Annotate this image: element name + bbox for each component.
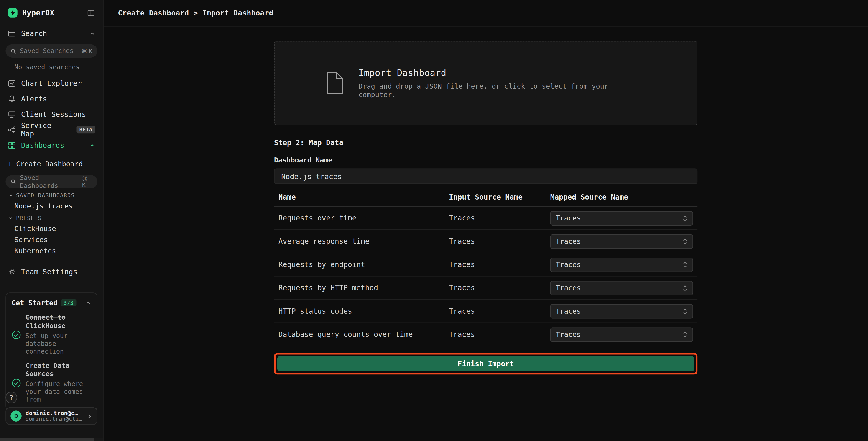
topbar: Create Dashboard > Import Dashboard bbox=[103, 0, 868, 27]
mapped-source-select[interactable]: Traces bbox=[550, 257, 693, 272]
saved-dashboards-section-header[interactable]: SAVED DASHBOARDS bbox=[0, 188, 103, 200]
row-input-source: Traces bbox=[449, 214, 550, 222]
select-value: Traces bbox=[556, 237, 581, 245]
table-header-row: Name Input Source Name Mapped Source Nam… bbox=[274, 193, 698, 207]
sidebar: HyperDX Search Saved Searches ⌘ K No sav… bbox=[0, 0, 103, 441]
get-started-item-desc: Set up your database connection bbox=[26, 332, 86, 355]
table-row: Requests over time Traces Traces bbox=[274, 207, 698, 230]
saved-dashboard-item-nodejs-traces[interactable]: Node.js traces bbox=[0, 200, 103, 211]
sidebar-item-service-map[interactable]: Service Map BETA bbox=[0, 122, 103, 137]
get-started-title: Get Started bbox=[11, 299, 57, 307]
chevron-down-icon bbox=[8, 193, 13, 198]
search-window-icon bbox=[8, 29, 16, 37]
sidebar-item-label: Client Sessions bbox=[21, 110, 86, 118]
user-menu[interactable]: D dominic.tran@c… dominic.tran@cli… bbox=[5, 407, 97, 425]
preset-item-kubernetes[interactable]: Kubernetes bbox=[0, 245, 103, 256]
sidebar-item-client-sessions[interactable]: Client Sessions bbox=[0, 107, 103, 122]
get-started-item-title: Create Data Sources bbox=[26, 362, 83, 378]
import-dropzone[interactable]: Import Dashboard Drag and drop a JSON fi… bbox=[274, 41, 698, 125]
row-name: Database query counts over time bbox=[274, 330, 449, 339]
select-chevrons-icon bbox=[683, 237, 688, 245]
get-started-header[interactable]: Get Started 3/3 bbox=[11, 299, 91, 307]
sidebar-item-search[interactable]: Search bbox=[0, 26, 103, 41]
saved-searches-placeholder: Saved Searches bbox=[20, 47, 74, 55]
sidebar-item-label: Service Map bbox=[21, 121, 67, 138]
shortcut-badge: ⌘ K bbox=[82, 176, 92, 188]
create-dashboard-button[interactable]: + Create Dashboard bbox=[0, 155, 103, 172]
select-chevrons-icon bbox=[683, 214, 688, 222]
table-row: HTTP status codes Traces Traces bbox=[274, 300, 698, 323]
dashboard-name-label: Dashboard Name bbox=[274, 155, 698, 164]
sidebar-item-label: Chart Explorer bbox=[21, 79, 82, 87]
main-area: Create Dashboard > Import Dashboard Impo… bbox=[103, 0, 868, 441]
dropzone-subtitle: Drag and drop a JSON file here, or click… bbox=[359, 82, 646, 99]
finish-import-button[interactable]: Finish Import bbox=[277, 356, 694, 371]
scrollbar-thumb[interactable] bbox=[0, 438, 94, 441]
no-saved-searches-text: No saved searches bbox=[14, 63, 103, 71]
help-button[interactable]: ? bbox=[5, 392, 17, 404]
file-icon bbox=[325, 71, 344, 95]
collapse-sidebar-icon[interactable] bbox=[87, 9, 95, 17]
chevron-up-icon bbox=[89, 30, 95, 36]
select-value: Traces bbox=[556, 214, 581, 222]
sidebar-item-alerts[interactable]: Alerts bbox=[0, 91, 103, 107]
app-root: HyperDX Search Saved Searches ⌘ K No sav… bbox=[0, 0, 868, 441]
tree-item-label: ClickHouse bbox=[14, 224, 56, 232]
mapped-source-select[interactable]: Traces bbox=[550, 211, 693, 225]
row-name: Average response time bbox=[274, 237, 449, 245]
user-name: dominic.tran@c… bbox=[26, 409, 82, 416]
chevron-up-icon bbox=[85, 300, 91, 306]
sidebar-item-chart-explorer[interactable]: Chart Explorer bbox=[0, 76, 103, 91]
dashboards-grid-icon bbox=[8, 141, 16, 149]
mapped-source-select[interactable]: Traces bbox=[550, 281, 693, 295]
step-label: Step 2: Map Data bbox=[274, 139, 698, 147]
monitor-icon bbox=[8, 110, 16, 118]
get-started-card: Get Started 3/3 Connect to ClickHouse Se… bbox=[5, 292, 97, 410]
sidebar-item-team-settings[interactable]: Team Settings bbox=[0, 264, 103, 279]
preset-item-services[interactable]: Services bbox=[0, 234, 103, 245]
shortcut-badge: ⌘ K bbox=[82, 48, 92, 54]
mapped-source-select[interactable]: Traces bbox=[550, 327, 693, 342]
check-circle-icon bbox=[11, 314, 21, 355]
select-chevrons-icon bbox=[683, 261, 688, 268]
get-started-item-create-sources[interactable]: Create Data Sources Configure where your… bbox=[11, 362, 91, 403]
saved-searches-input[interactable]: Saved Searches ⌘ K bbox=[5, 45, 97, 58]
table-row: Database query counts over time Traces T… bbox=[274, 323, 698, 346]
search-icon bbox=[10, 179, 17, 185]
mapped-source-select[interactable]: Traces bbox=[550, 304, 693, 318]
column-header-name: Name bbox=[274, 193, 449, 201]
row-input-source: Traces bbox=[449, 330, 550, 339]
app-title: HyperDX bbox=[22, 8, 55, 17]
sidebar-header: HyperDX bbox=[0, 0, 103, 26]
chevron-right-icon bbox=[86, 413, 92, 419]
select-value: Traces bbox=[556, 260, 581, 269]
presets-section-header[interactable]: PRESETS bbox=[0, 211, 103, 223]
dashboard-name-input[interactable] bbox=[274, 168, 698, 184]
select-chevrons-icon bbox=[683, 330, 688, 338]
gear-icon bbox=[8, 267, 16, 276]
avatar: D bbox=[10, 410, 22, 422]
table-row: Requests by HTTP method Traces Traces bbox=[274, 276, 698, 300]
sidebar-item-label: Search bbox=[21, 29, 47, 37]
chevron-down-icon bbox=[8, 215, 13, 220]
chevron-up-icon bbox=[89, 142, 95, 148]
row-input-source: Traces bbox=[449, 307, 550, 315]
row-input-source: Traces bbox=[449, 284, 550, 292]
chart-explorer-icon bbox=[8, 79, 16, 87]
preset-item-clickhouse[interactable]: ClickHouse bbox=[0, 223, 103, 234]
breadcrumb: Create Dashboard > Import Dashboard bbox=[118, 9, 274, 17]
sidebar-item-dashboards[interactable]: Dashboards bbox=[0, 137, 103, 153]
row-name: HTTP status codes bbox=[274, 307, 449, 315]
sidebar-item-label: Team Settings bbox=[21, 267, 77, 276]
hyperdx-logo-icon bbox=[8, 8, 18, 18]
dropzone-title: Import Dashboard bbox=[359, 68, 646, 78]
sidebar-horizontal-scrollbar[interactable] bbox=[0, 438, 103, 441]
table-row: Requests by endpoint Traces Traces bbox=[274, 253, 698, 276]
get-started-item-title: Connect to ClickHouse bbox=[26, 314, 83, 330]
get-started-item-connect-clickhouse[interactable]: Connect to ClickHouse Set up your databa… bbox=[11, 314, 91, 355]
sidebar-item-label: Dashboards bbox=[21, 141, 64, 149]
search-icon bbox=[10, 48, 17, 54]
get-started-progress-badge: 3/3 bbox=[61, 299, 76, 306]
saved-dashboards-input[interactable]: Saved Dashboards ⌘ K bbox=[5, 175, 97, 188]
mapped-source-select[interactable]: Traces bbox=[550, 234, 693, 248]
